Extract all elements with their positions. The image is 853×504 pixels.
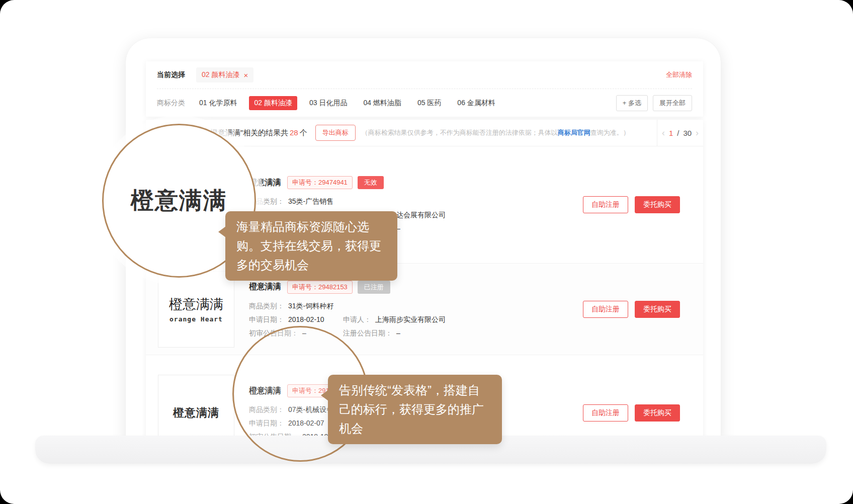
entrust-buy-button[interactable]: 委托购买	[635, 404, 680, 422]
current-selection-row: 当前选择 02 颜料油漆 × 全部清除	[157, 61, 692, 89]
trademark-thumbnail-subtext: orange Heart	[169, 315, 223, 323]
expand-all-button[interactable]: 展开全部	[653, 95, 692, 111]
trademark-thumbnail[interactable]: 橙意满满 orange Heart	[158, 271, 234, 348]
pagination: ‹ 1 / 30 ›	[657, 120, 703, 146]
row-actions: 自助注册 委托购买	[583, 196, 680, 213]
callout-tooltip-top: 海量精品商标资源随心选购。支持在线交易，获得更多的交易机会	[225, 211, 397, 281]
trademark-name[interactable]: 橙意满满	[249, 282, 281, 292]
trademark-thumbnail-text: 橙意满满	[173, 405, 219, 421]
application-number-value: 29474941	[318, 179, 348, 186]
category-item-01[interactable]: 01 化学原料	[199, 99, 237, 108]
prev-page-icon[interactable]: ‹	[662, 128, 665, 137]
apply-date-value: 2018-02-10	[288, 315, 324, 324]
row-actions: 自助注册 委托购买	[583, 404, 680, 422]
export-trademarks-button[interactable]: 导出商标	[315, 125, 356, 141]
self-register-button[interactable]: 自助注册	[583, 301, 628, 318]
disclaimer-suffix: 查询为准。）	[590, 129, 630, 136]
current-page: 1	[669, 129, 673, 137]
apply-date-label: 申请日期：	[249, 315, 284, 324]
applicant-value: 上海雨步实业有限公司	[375, 315, 446, 324]
applicant-label: 申请人：	[343, 315, 371, 324]
application-number-badge: 申请号：29474941	[287, 176, 353, 189]
filter-panel: 当前选择 02 颜料油漆 × 全部清除 商标分类 01 化学原料 02 颜料油漆…	[146, 61, 703, 117]
category-label: 商品类别：	[249, 302, 284, 311]
self-register-button[interactable]: 自助注册	[583, 196, 628, 213]
results-count: 28	[290, 128, 298, 137]
application-number-label: 申请号：	[292, 283, 318, 291]
category-item-02-active[interactable]: 02 颜料油漆	[249, 96, 297, 110]
selected-filter-tag-label: 02 颜料油漆	[202, 70, 239, 79]
category-value: 31类-饲料种籽	[288, 302, 333, 311]
category-row: 商标分类 01 化学原料 02 颜料油漆 03 日化用品 04 燃料油脂 05 …	[157, 89, 692, 117]
magnified-trademark-text: 橙意满满	[131, 185, 227, 216]
next-page-icon[interactable]: ›	[696, 128, 699, 137]
entrust-buy-button[interactable]: 委托购买	[635, 196, 680, 213]
category-item-06[interactable]: 06 金属材料	[457, 99, 495, 108]
remove-tag-icon[interactable]: ×	[243, 71, 248, 79]
self-register-button[interactable]: 自助注册	[583, 404, 628, 422]
clear-all-button[interactable]: 全部清除	[666, 70, 692, 79]
total-pages: 30	[683, 129, 692, 137]
current-selection-label: 当前选择	[157, 70, 185, 79]
status-badge: 无效	[358, 176, 384, 189]
registration-publication-label: 注册公告日期：	[343, 329, 392, 338]
application-number-label: 申请号：	[292, 179, 318, 186]
results-disclaimer: （商标检索结果仅供参考，不作为商标能否注册的法律依据；具体以商标局官网查询为准。…	[362, 128, 630, 137]
entrust-buy-button[interactable]: 委托购买	[635, 301, 680, 318]
row-actions: 自助注册 委托购买	[583, 301, 680, 318]
trademark-thumbnail-text: 橙意满满	[169, 295, 223, 313]
category-item-03[interactable]: 03 日化用品	[309, 99, 347, 108]
application-number-badge: 申请号：29482153	[287, 281, 353, 294]
trademark-thumbnail[interactable]: 橙意满满	[158, 375, 234, 443]
multi-select-button[interactable]: + 多选	[616, 95, 648, 111]
disclaimer-text: （商标检索结果仅供参考，不作为商标能否注册的法律依据；具体以	[362, 129, 558, 136]
category-row-label: 商标分类	[157, 99, 185, 108]
application-number-value: 29482153	[318, 283, 348, 291]
selected-filter-tag[interactable]: 02 颜料油漆 ×	[196, 67, 253, 82]
page-canvas: 当前选择 02 颜料油漆 × 全部清除 商标分类 01 化学原料 02 颜料油漆…	[0, 0, 853, 504]
registration-publication-value: –	[396, 329, 400, 338]
trademark-office-link[interactable]: 商标局官网	[558, 129, 590, 136]
category-value: 35类-广告销售	[288, 197, 333, 206]
callout-tooltip-bottom: 告别传统“发表格”，搭建自己的标行，获得更多的推广机会	[328, 375, 502, 444]
category-item-05[interactable]: 05 医药	[417, 99, 441, 108]
results-unit: 个	[300, 128, 307, 137]
page-separator: /	[677, 129, 679, 137]
category-item-04[interactable]: 04 燃料油脂	[363, 99, 401, 108]
status-badge: 已注册	[358, 281, 390, 294]
